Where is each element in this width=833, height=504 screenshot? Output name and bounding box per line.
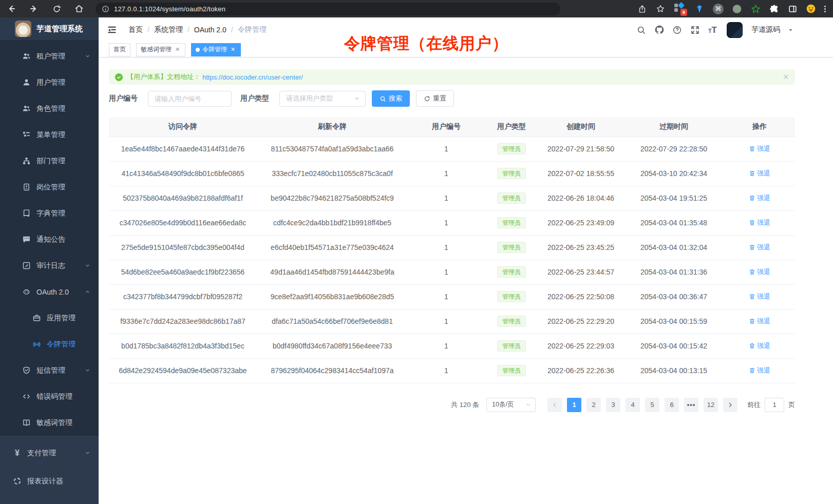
fullscreen-icon[interactable] bbox=[690, 25, 701, 35]
page-button-5[interactable]: 5 bbox=[645, 398, 659, 412]
force-logout-link[interactable]: 强退 bbox=[749, 366, 770, 375]
search-icon[interactable] bbox=[636, 25, 647, 35]
page-size-select[interactable]: 10条/页 bbox=[486, 398, 536, 412]
sidebar-item-15[interactable]: ¥支付管理 bbox=[0, 439, 99, 467]
share-icon[interactable] bbox=[637, 4, 647, 14]
page-size-value: 10条/页 bbox=[492, 400, 514, 409]
url-text: 127.0.0.1:1024/system/oauth2/token bbox=[114, 5, 225, 13]
sidebar-item-1[interactable]: 用户管理 bbox=[0, 69, 99, 95]
site-info-icon[interactable] bbox=[102, 5, 109, 13]
force-logout-link[interactable]: 强退 bbox=[749, 243, 770, 252]
page-button-4[interactable]: 4 bbox=[626, 398, 640, 412]
tab-close-icon[interactable]: ✕ bbox=[230, 46, 236, 53]
recorder-extension-icon[interactable] bbox=[732, 4, 742, 14]
pay-yen-icon: ¥ bbox=[13, 449, 22, 457]
star-extension-icon[interactable] bbox=[750, 4, 761, 14]
sidebar-item-9[interactable]: OAuth 2.0 bbox=[0, 279, 99, 305]
alert-doc-link[interactable]: https://doc.iocoder.cn/user-center/ bbox=[202, 73, 303, 81]
sidebar-item-16[interactable]: 报表设计器 bbox=[0, 467, 99, 495]
sidebar-item-13[interactable]: 错误码管理 bbox=[0, 383, 99, 410]
roles-icon bbox=[22, 104, 31, 113]
user-type-tag: 管理员 bbox=[497, 143, 526, 154]
side-panel-icon[interactable] bbox=[787, 4, 798, 14]
username[interactable]: 芋道源码 bbox=[751, 25, 780, 34]
force-logout-label: 强退 bbox=[757, 193, 770, 203]
caret-down-icon[interactable] bbox=[788, 27, 793, 33]
alert-close-icon[interactable]: ✕ bbox=[783, 73, 789, 81]
extensions-icon[interactable]: 9 bbox=[674, 3, 686, 15]
force-logout-link[interactable]: 强退 bbox=[749, 144, 770, 153]
user-id-input[interactable] bbox=[148, 91, 232, 107]
gem-extension-icon[interactable] bbox=[694, 4, 705, 14]
error-code-icon bbox=[22, 392, 31, 401]
help-icon[interactable] bbox=[672, 25, 683, 35]
page-button-2[interactable]: 2 bbox=[586, 398, 601, 412]
prev-page-button[interactable] bbox=[547, 398, 562, 412]
sidebar-item-12[interactable]: 短信管理 bbox=[0, 357, 99, 383]
force-logout-link[interactable]: 强退 bbox=[749, 292, 770, 301]
tab-close-icon[interactable]: ✕ bbox=[174, 46, 181, 53]
puzzle-extension-icon[interactable] bbox=[769, 4, 779, 14]
sidebar-item-2[interactable]: 角色管理 bbox=[0, 95, 99, 122]
table-row-6: c342377bf8b344799dcbf7bf095287f29ce8ef2a… bbox=[109, 284, 795, 309]
breadcrumb-item-0[interactable]: 首页 bbox=[128, 25, 143, 34]
user-avatar[interactable] bbox=[727, 22, 743, 38]
sidebar-item-7[interactable]: 通知公告 bbox=[0, 226, 99, 253]
app-logo[interactable]: 芋道管理系统 bbox=[0, 17, 99, 40]
user-type-tag: 管理员 bbox=[497, 168, 526, 179]
force-logout-link[interactable]: 强退 bbox=[749, 169, 770, 178]
bookmark-star-icon[interactable] bbox=[655, 4, 666, 14]
page-button-3[interactable]: 3 bbox=[606, 398, 620, 412]
sidebar-item-0[interactable]: 租户管理 bbox=[0, 43, 99, 69]
collapse-sidebar-icon[interactable] bbox=[107, 25, 117, 35]
forward-icon[interactable] bbox=[29, 4, 39, 14]
reset-button[interactable]: 重置 bbox=[416, 90, 454, 107]
goto-page: 前往 页 bbox=[747, 398, 795, 412]
cell-refresh-token: cdfc4ce9c2da4bb1bdf21b9918ff4be5 bbox=[257, 210, 408, 235]
cell-access-token: f9336e7c7dd242a283ee98dc86b17a87 bbox=[109, 309, 257, 334]
oauth-robot-icon bbox=[22, 287, 31, 296]
reload-icon[interactable] bbox=[51, 4, 62, 14]
tab-0[interactable]: 首页 bbox=[109, 43, 130, 56]
next-page-button[interactable] bbox=[723, 398, 737, 412]
sidebar-item-5[interactable]: 岗位管理 bbox=[0, 174, 99, 200]
font-size-icon[interactable]: TT bbox=[708, 26, 717, 34]
force-logout-link[interactable]: 强退 bbox=[749, 267, 770, 277]
cell-expire-time: 2054-03-04 00:15:42 bbox=[623, 334, 724, 358]
table-row-4: 275e5de9151045fe87cbdc395e004f4de6cfd40e… bbox=[109, 235, 795, 260]
column-header-5: 过期时间 bbox=[623, 117, 724, 137]
table-header-row: 访问令牌刷新令牌用户编号用户类型创建时间过期时间操作 bbox=[109, 117, 795, 137]
sidebar-item-10[interactable]: 应用管理 bbox=[0, 305, 99, 331]
pagination-more[interactable]: ••• bbox=[684, 398, 698, 412]
force-logout-link[interactable]: 强退 bbox=[749, 193, 770, 203]
page-button-1[interactable]: 1 bbox=[567, 398, 581, 412]
emoji-profile-icon[interactable] bbox=[806, 4, 816, 14]
goto-page-input[interactable] bbox=[765, 398, 784, 412]
tab-1[interactable]: 敏感词管理✕ bbox=[136, 43, 185, 56]
sidebar-item-11[interactable]: 令牌管理 bbox=[0, 331, 99, 357]
force-logout-link[interactable]: 强退 bbox=[749, 317, 770, 326]
sidebar-item-3[interactable]: 菜单管理 bbox=[0, 122, 99, 148]
github-icon[interactable] bbox=[654, 25, 665, 35]
breadcrumb-item-2[interactable]: OAuth 2.0 bbox=[194, 26, 226, 34]
address-bar[interactable]: 127.0.0.1:1024/system/oauth2/token bbox=[96, 3, 560, 15]
tenant-users-icon bbox=[22, 52, 31, 61]
sidebar-item-6[interactable]: 字典管理 bbox=[0, 200, 99, 226]
page-button-12[interactable]: 12 bbox=[704, 398, 718, 412]
sidebar-item-14[interactable]: 敏感词管理 bbox=[0, 410, 99, 436]
force-logout-link[interactable]: 强退 bbox=[749, 218, 770, 227]
page-button-6[interactable]: 6 bbox=[665, 398, 679, 412]
sidebar-item-4[interactable]: 部门管理 bbox=[0, 148, 99, 174]
breadcrumb-item-1[interactable]: 系统管理 bbox=[154, 25, 183, 34]
back-icon[interactable] bbox=[6, 4, 16, 14]
cell-user-id: 1 bbox=[408, 210, 485, 235]
tab-2[interactable]: 令牌管理✕ bbox=[191, 43, 241, 56]
force-logout-link[interactable]: 强退 bbox=[749, 341, 770, 351]
search-button[interactable]: 搜索 bbox=[372, 90, 410, 107]
home-icon[interactable] bbox=[74, 4, 84, 14]
browser-menu-icon[interactable] bbox=[824, 6, 826, 12]
command-extension-icon[interactable]: ⌘ bbox=[713, 4, 724, 14]
reset-button-label: 重置 bbox=[433, 94, 446, 103]
user-type-select[interactable]: 请选择用户类型 bbox=[279, 91, 366, 107]
sidebar-item-8[interactable]: 审计日志 bbox=[0, 253, 99, 279]
